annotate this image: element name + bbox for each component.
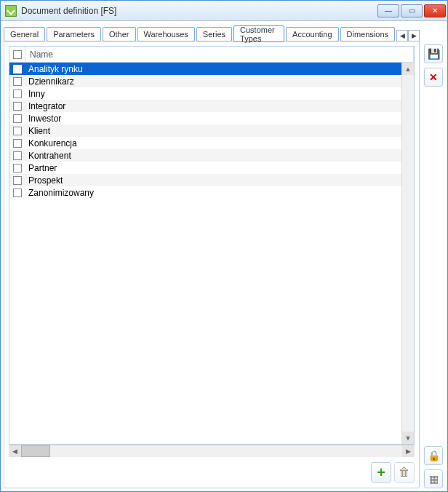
- tab-panel: Name Analityk rynku Dziennikarz: [4, 41, 420, 488]
- row-checkbox[interactable]: [13, 102, 22, 111]
- titlebar: Document definition [FS] — ▭ ✕: [1, 1, 447, 21]
- list-item[interactable]: Klient: [9, 124, 414, 137]
- vertical-scrollbar[interactable]: ▲ ▼: [401, 63, 414, 444]
- add-button[interactable]: +: [371, 462, 391, 483]
- window-buttons: — ▭ ✕: [377, 4, 446, 17]
- lock-icon: 🔒: [428, 450, 440, 461]
- tab-warehouses[interactable]: Warehouses: [137, 27, 195, 41]
- header-checkbox[interactable]: [13, 50, 22, 59]
- row-name: Kontrahent: [25, 151, 414, 161]
- list-item[interactable]: Integrator: [9, 100, 414, 112]
- header-name-column[interactable]: Name: [25, 47, 414, 62]
- list-item[interactable]: Partner: [9, 162, 414, 174]
- list-item[interactable]: Zanonimizowany: [9, 186, 414, 199]
- maximize-icon: ▭: [409, 7, 415, 15]
- horizontal-scrollbar[interactable]: ◀ ▶: [9, 445, 415, 457]
- row-name: Inwestor: [25, 114, 414, 124]
- header-check-column[interactable]: [9, 47, 25, 62]
- chevron-left-icon: ◀: [12, 448, 17, 455]
- tab-parameters[interactable]: Parameters: [47, 27, 101, 41]
- row-checkbox[interactable]: [13, 77, 22, 86]
- row-checkbox[interactable]: [13, 90, 22, 98]
- tab-dimensions[interactable]: Dimensions: [340, 27, 395, 41]
- save-button[interactable]: 💾: [424, 44, 443, 63]
- row-name: Integrator: [25, 101, 414, 111]
- row-checkbox[interactable]: [13, 65, 22, 74]
- window: Document definition [FS] — ▭ ✕ General P…: [0, 0, 448, 492]
- app-icon: [5, 5, 17, 17]
- list-rows: Analityk rynku Dziennikarz Inny Int: [9, 63, 414, 444]
- row-checkbox[interactable]: [13, 151, 22, 160]
- lock-button[interactable]: 🔒: [424, 446, 443, 465]
- main-column: General Parameters Other Warehouses Seri…: [4, 24, 420, 488]
- delete-item-button[interactable]: 🗑: [394, 462, 415, 483]
- close-icon: ✕: [432, 7, 438, 15]
- trash-icon: 🗑: [399, 466, 410, 479]
- tab-next-button[interactable]: ▶: [408, 30, 420, 41]
- cancel-icon: ✕: [429, 71, 438, 83]
- list-item[interactable]: Prospekt: [9, 174, 414, 186]
- chevron-up-icon: ▲: [405, 66, 412, 73]
- save-icon: 💾: [428, 48, 440, 60]
- list-item[interactable]: Dziennikarz: [9, 75, 414, 87]
- tab-accounting[interactable]: Accounting: [286, 27, 338, 41]
- tab-customer-types[interactable]: Customer Types: [233, 25, 284, 42]
- minimize-button[interactable]: —: [377, 4, 399, 17]
- tabstrip: General Parameters Other Warehouses Seri…: [4, 24, 420, 41]
- minimize-icon: —: [385, 7, 392, 15]
- chevron-right-icon: ▶: [406, 448, 411, 455]
- tab-other[interactable]: Other: [103, 27, 136, 41]
- list-item[interactable]: Konkurencja: [9, 137, 414, 149]
- tab-prev-button[interactable]: ◀: [396, 30, 408, 41]
- list-item[interactable]: Inny: [9, 87, 414, 100]
- scroll-up-button[interactable]: ▲: [402, 63, 414, 75]
- hscroll-track[interactable]: [21, 445, 402, 457]
- row-checkbox[interactable]: [13, 176, 22, 185]
- row-name: Analityk rynku: [25, 64, 414, 74]
- body: General Parameters Other Warehouses Seri…: [1, 21, 447, 491]
- window-title: Document definition [FS]: [21, 6, 377, 16]
- list-item[interactable]: Analityk rynku: [9, 63, 414, 75]
- tab-general[interactable]: General: [4, 27, 45, 41]
- row-name: Dziennikarz: [25, 76, 414, 87]
- row-name: Zanonimizowany: [25, 188, 414, 198]
- chevron-right-icon: ▶: [412, 32, 417, 39]
- tab-nav: ◀ ▶: [396, 30, 420, 41]
- scroll-down-button[interactable]: ▼: [402, 432, 414, 444]
- row-name: Prospekt: [25, 175, 414, 186]
- row-name: Inny: [25, 89, 414, 99]
- side-toolbar: 💾 ✕ 🔒 ▦: [423, 24, 444, 488]
- row-checkbox[interactable]: [13, 164, 22, 172]
- maximize-button[interactable]: ▭: [401, 4, 423, 17]
- customer-types-list: Name Analityk rynku Dziennikarz: [9, 46, 415, 445]
- list-item[interactable]: Inwestor: [9, 112, 414, 124]
- plus-icon: +: [377, 465, 385, 480]
- scroll-left-button[interactable]: ◀: [9, 445, 21, 457]
- list-item[interactable]: Kontrahent: [9, 149, 414, 162]
- row-checkbox[interactable]: [13, 189, 22, 197]
- row-name: Konkurencja: [25, 138, 414, 148]
- list-header: Name: [9, 47, 414, 63]
- cancel-button[interactable]: ✕: [424, 68, 443, 87]
- row-name: Klient: [25, 126, 414, 136]
- close-button[interactable]: ✕: [424, 4, 446, 17]
- grid-icon: ▦: [429, 473, 439, 485]
- row-checkbox[interactable]: [13, 114, 22, 123]
- scroll-right-button[interactable]: ▶: [402, 445, 415, 457]
- row-checkbox[interactable]: [13, 139, 22, 148]
- chevron-down-icon: ▼: [405, 435, 412, 442]
- hscroll-thumb[interactable]: [21, 445, 50, 457]
- tab-series[interactable]: Series: [196, 27, 232, 41]
- footer-buttons: + 🗑: [9, 457, 415, 483]
- row-checkbox[interactable]: [13, 127, 22, 135]
- chevron-left-icon: ◀: [400, 32, 405, 39]
- grid-button[interactable]: ▦: [424, 469, 443, 488]
- row-name: Partner: [25, 163, 414, 173]
